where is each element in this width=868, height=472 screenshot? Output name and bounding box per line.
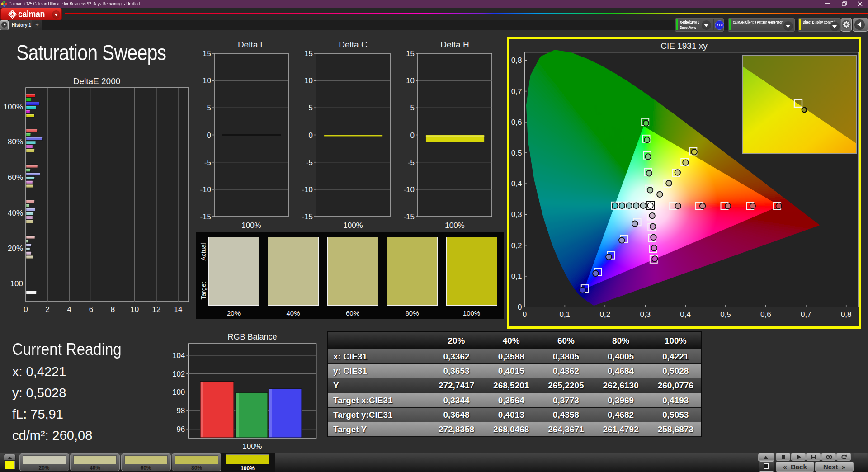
svg-text:-5: -5	[204, 158, 211, 167]
svg-text:-10: -10	[403, 185, 415, 194]
svg-text:0,8: 0,8	[511, 56, 522, 65]
svg-text:-5: -5	[408, 158, 415, 167]
svg-text:98: 98	[176, 406, 185, 415]
svg-text:10: 10	[406, 76, 415, 85]
svg-text:0: 0	[410, 131, 415, 140]
svg-text:-10: -10	[200, 185, 211, 194]
svg-text:100%: 100%	[343, 221, 363, 230]
svg-text:15: 15	[304, 49, 313, 58]
svg-text:100: 100	[10, 279, 23, 288]
svg-text:5: 5	[410, 104, 415, 112]
svg-text:100%: 100%	[242, 442, 262, 451]
svg-text:0,7: 0,7	[511, 87, 522, 96]
svg-text:10: 10	[203, 76, 211, 85]
svg-text:-15: -15	[200, 212, 211, 221]
svg-text:0,4: 0,4	[511, 179, 522, 188]
svg-text:-15: -15	[302, 212, 313, 221]
svg-text:-5: -5	[306, 158, 313, 167]
svg-text:80%: 80%	[8, 137, 23, 146]
svg-text:12: 12	[152, 305, 160, 314]
svg-text:100%: 100%	[241, 221, 261, 230]
svg-text:0,5: 0,5	[511, 149, 522, 157]
svg-text:20%: 20%	[8, 244, 23, 253]
svg-text:0,7: 0,7	[801, 310, 811, 319]
svg-text:0,6: 0,6	[760, 310, 771, 319]
svg-text:0,3: 0,3	[640, 310, 651, 319]
svg-text:0,1: 0,1	[511, 272, 522, 281]
svg-text:0,1: 0,1	[560, 310, 571, 319]
svg-text:104: 104	[172, 351, 185, 360]
svg-text:DeltaE 2000: DeltaE 2000	[73, 76, 121, 86]
svg-text:-10: -10	[302, 185, 313, 194]
svg-text:10: 10	[304, 76, 313, 85]
svg-text:10: 10	[130, 305, 139, 314]
svg-text:60%: 60%	[8, 173, 23, 182]
svg-text:8: 8	[111, 305, 115, 314]
svg-text:100%: 100%	[4, 103, 23, 111]
svg-text:15: 15	[203, 49, 211, 58]
svg-text:4: 4	[67, 305, 71, 314]
svg-text:0,3: 0,3	[511, 210, 522, 219]
svg-text:0: 0	[309, 131, 313, 140]
svg-text:Delta C: Delta C	[339, 40, 367, 49]
svg-text:0,2: 0,2	[599, 310, 610, 319]
svg-text:0,6: 0,6	[511, 118, 522, 127]
svg-text:5: 5	[309, 104, 313, 112]
svg-text:96: 96	[176, 425, 185, 434]
svg-text:2: 2	[45, 305, 49, 314]
svg-text:Delta H: Delta H	[440, 40, 469, 49]
svg-text:5: 5	[207, 104, 211, 112]
svg-text:CIE 1931 xy: CIE 1931 xy	[660, 41, 708, 51]
svg-text:RGB Balance: RGB Balance	[227, 332, 277, 341]
svg-text:0: 0	[518, 303, 522, 312]
svg-text:6: 6	[89, 305, 93, 314]
svg-text:0,2: 0,2	[511, 241, 522, 250]
svg-text:0: 0	[24, 305, 28, 314]
svg-text:102: 102	[172, 370, 185, 378]
svg-text:100: 100	[172, 388, 185, 396]
svg-text:-15: -15	[403, 212, 415, 221]
svg-text:40%: 40%	[8, 209, 23, 217]
svg-text:0,4: 0,4	[680, 310, 691, 319]
svg-text:0: 0	[523, 310, 527, 319]
svg-text:14: 14	[174, 305, 183, 314]
svg-text:0,5: 0,5	[720, 310, 731, 319]
svg-text:0,8: 0,8	[841, 310, 852, 319]
svg-text:0: 0	[207, 131, 211, 140]
svg-text:15: 15	[406, 49, 415, 58]
svg-text:Delta L: Delta L	[238, 40, 265, 49]
svg-text:100%: 100%	[445, 221, 464, 230]
